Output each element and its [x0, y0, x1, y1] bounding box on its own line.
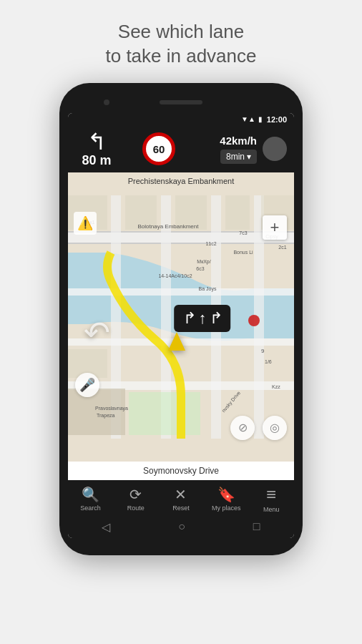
- svg-rect-17: [68, 389, 125, 435]
- svg-text:Ba Joys: Ba Joys: [199, 286, 217, 292]
- lane-arrow-2: ↑: [199, 309, 207, 328]
- no-entry-button[interactable]: ⊘: [230, 416, 255, 440]
- bottom-street-name: Soymonovsky Drive: [68, 462, 294, 480]
- eta-button[interactable]: 8min ▾: [220, 150, 257, 164]
- svg-text:Bolotnaya Embankment: Bolotnaya Embankment: [138, 223, 200, 230]
- recents-button[interactable]: □: [253, 520, 260, 533]
- warning-icon: ⚠️: [74, 212, 97, 235]
- nav-header: ↰ 80 m 60 42km/h 8min ▾: [68, 126, 294, 172]
- svg-text:Pravoslavnaya: Pravoslavnaya: [95, 406, 128, 411]
- speed-limit-badge: 60: [142, 132, 175, 165]
- status-bar: ▼▲ ▮ 12:00: [68, 113, 294, 126]
- status-signal: ▼▲: [241, 115, 255, 123]
- phone-bottom-bar: [68, 538, 294, 548]
- map-area: Bolotnaya Embankment 11c2 7c3 Cipsy 2c1 …: [68, 172, 294, 462]
- menu-label: Menu: [263, 506, 280, 513]
- svg-text:11c2: 11c2: [205, 241, 216, 246]
- lane-indicator: ↱ ↑ ↱: [175, 305, 231, 332]
- phone-speaker: [160, 100, 202, 104]
- lane-arrow-3: ↱: [210, 309, 222, 328]
- lane-arrow-1: ↱: [183, 309, 196, 328]
- no-entry-icon: ⊘: [238, 421, 248, 434]
- nav-item-myplaces[interactable]: 🔖 My places: [209, 486, 243, 512]
- page-header: See which lane to take in advance: [77, 0, 285, 83]
- phone-camera: [104, 99, 109, 105]
- nav-item-route[interactable]: ⟳ Route: [119, 486, 153, 512]
- nav-eta-area: 42km/h 8min ▾: [200, 135, 257, 164]
- svg-text:Trapeza: Trapeza: [97, 413, 115, 419]
- svg-text:7c3: 7c3: [239, 230, 247, 235]
- nav-item-menu[interactable]: ≡ Menu: [254, 484, 288, 513]
- svg-text:14-14Ac4/10c2: 14-14Ac4/10c2: [158, 273, 192, 278]
- reset-icon: ✕: [175, 486, 187, 503]
- reset-label: Reset: [172, 504, 190, 512]
- myplaces-label: My places: [212, 504, 241, 512]
- top-street-name: Prechistenskaya Embankment: [128, 177, 235, 185]
- svg-rect-18: [129, 392, 200, 435]
- phone-device: ▼▲ ▮ 12:00 ↰ 80 m 60 42km/h 8min ▾: [59, 83, 303, 555]
- menu-icon: ≡: [266, 484, 276, 504]
- svg-text:Bonus Li: Bonus Li: [233, 250, 253, 255]
- nav-item-reset[interactable]: ✕ Reset: [164, 486, 198, 512]
- compass-icon: ◎: [270, 421, 280, 434]
- compass-button[interactable]: ◎: [263, 416, 287, 440]
- android-nav-bar: ◁ ○ □: [68, 516, 294, 538]
- mic-button[interactable]: 🎤: [75, 373, 99, 397]
- status-time: 12:00: [267, 115, 287, 124]
- mic-icon: 🎤: [79, 377, 95, 393]
- back-button[interactable]: ◁: [102, 520, 110, 534]
- status-battery: ▮: [258, 115, 263, 123]
- svg-point-19: [248, 315, 260, 326]
- nav-distance: 80 m: [82, 153, 111, 168]
- svg-rect-8: [68, 288, 294, 296]
- myplaces-icon: 🔖: [217, 486, 235, 503]
- svg-text:Kzz: Kzz: [272, 384, 280, 389]
- home-button[interactable]: ○: [178, 520, 185, 533]
- svg-text:МкХр/: МкХр/: [197, 259, 210, 265]
- svg-text:9: 9: [261, 348, 265, 354]
- profile-button[interactable]: [263, 137, 287, 161]
- nav-item-search[interactable]: 🔍 Search: [74, 486, 108, 512]
- svg-text:6c3: 6c3: [196, 266, 204, 271]
- phone-screen: ▼▲ ▮ 12:00 ↰ 80 m 60 42km/h 8min ▾: [68, 113, 294, 538]
- vehicle-marker: [168, 332, 185, 351]
- header-line2: to take in advance: [105, 45, 256, 67]
- search-label: Search: [80, 504, 101, 512]
- svg-text:2c1: 2c1: [278, 245, 286, 250]
- bottom-nav: 🔍 Search ⟳ Route ✕ Reset 🔖 My places ≡ M…: [68, 480, 294, 516]
- route-label: Route: [127, 504, 145, 512]
- route-icon: ⟳: [129, 486, 142, 503]
- route-turn-indicator: ↶: [84, 314, 110, 351]
- zoom-in-icon: +: [270, 218, 280, 237]
- svg-rect-14: [225, 195, 250, 230]
- current-speed: 42km/h: [220, 135, 257, 147]
- nav-speed-limit: 60: [124, 132, 194, 165]
- svg-text:1/6: 1/6: [265, 359, 272, 364]
- header-line1: See which lane: [118, 21, 244, 42]
- search-icon: 🔍: [82, 486, 99, 503]
- nav-turn-info: ↰ 80 m: [75, 130, 118, 168]
- turn-arrow-icon: ↰: [87, 130, 107, 153]
- zoom-in-button[interactable]: +: [263, 215, 287, 240]
